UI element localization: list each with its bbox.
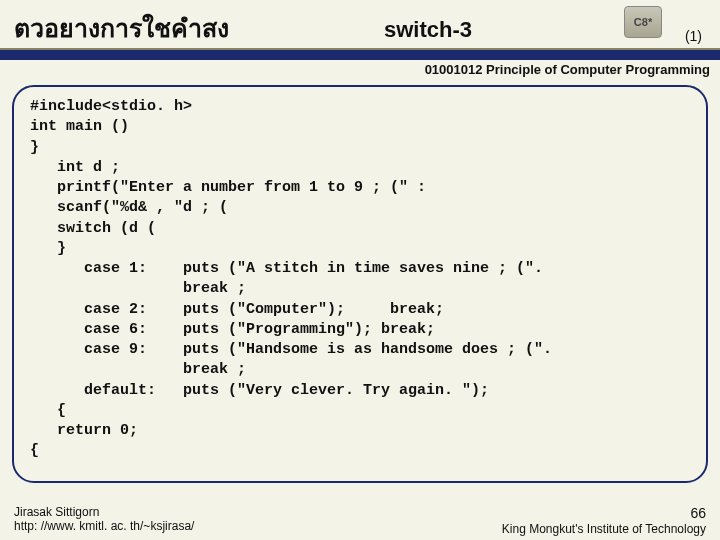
main-title: switch-3 — [384, 17, 472, 43]
logo-icon: C8* — [624, 6, 662, 38]
course-line: 01001012 Principle of Computer Programmi… — [0, 60, 720, 81]
footer: Jirasak Sittigorn http: //www. kmitl. ac… — [0, 505, 720, 536]
code-box: #include<stdio. h> int main () } int d ;… — [12, 85, 708, 483]
footer-left: Jirasak Sittigorn http: //www. kmitl. ac… — [14, 505, 194, 536]
institute-name: King Mongkut's Institute of Technology — [502, 522, 706, 536]
author-name: Jirasak Sittigorn — [14, 505, 194, 519]
thai-title: ตวอยางการใชคำสง — [14, 8, 229, 48]
code-content: #include<stdio. h> int main () } int d ;… — [30, 97, 690, 462]
page-marker: (1) — [685, 28, 702, 44]
divider-bar — [0, 50, 720, 60]
footer-right: 66 King Mongkut's Institute of Technolog… — [502, 505, 706, 536]
slide-header: ตวอยางการใชคำสง switch-3 C8* (1) — [0, 0, 720, 50]
author-url: http: //www. kmitl. ac. th/~ksjirasa/ — [14, 519, 194, 533]
page-number: 66 — [502, 505, 706, 522]
